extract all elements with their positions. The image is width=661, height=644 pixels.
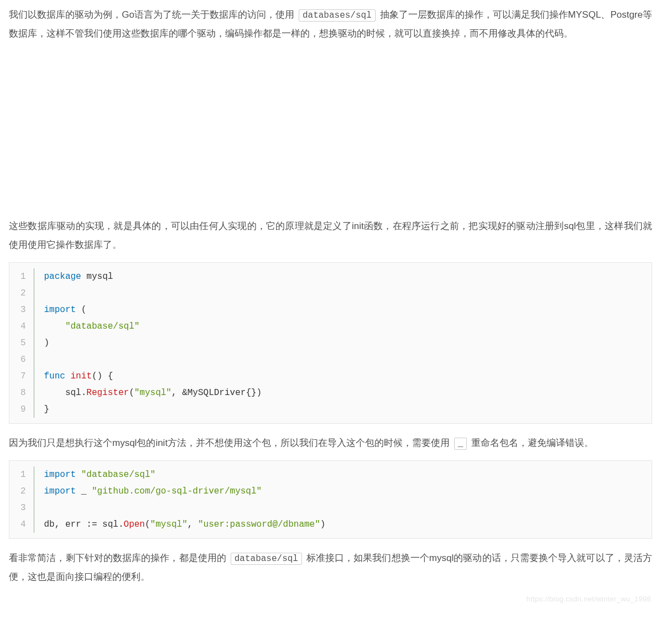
code-line: func init() {: [44, 368, 262, 385]
line-number: 6: [17, 351, 26, 368]
code-line: [44, 285, 262, 302]
paragraph-1: 我们以数据库的驱动为例，Go语言为了统一关于数据库的访问，使用 database…: [9, 6, 652, 43]
watermark-url: https://blog.csdn.net/winter_wu_1998: [527, 592, 651, 606]
blank-spacer: [9, 51, 652, 217]
line-number: 5: [17, 335, 26, 351]
code2-gutter: 1234: [9, 466, 34, 533]
line-number: 4: [17, 318, 26, 335]
line-number: 8: [17, 385, 26, 401]
para1-text1: 我们以数据库的驱动为例，Go语言为了统一关于数据库的访问，使用: [9, 9, 297, 20]
code-line: ): [44, 335, 262, 351]
para3-text1: 因为我们只是想执行这个mysql包的init方法，并不想使用这个包，所以我们在导…: [9, 438, 452, 448]
line-number: 3: [17, 302, 26, 318]
inline-code-databases-sql: databases/sql: [299, 9, 376, 22]
inline-code-database-sql: database/sql: [231, 553, 302, 565]
code-line: [44, 351, 262, 368]
code-block-2: 1234 import "database/sql"import _ "gith…: [9, 460, 652, 539]
line-number: 4: [17, 516, 26, 533]
code-line: import "database/sql": [44, 466, 326, 483]
code1-content: package mysqlimport ( "database/sql")fun…: [34, 268, 262, 418]
para4-text1: 看非常简洁，剩下针对的数据库的操作，都是使用的: [9, 553, 229, 563]
code-line: }: [44, 401, 262, 418]
code-line: package mysql: [44, 268, 262, 285]
code-line: import (: [44, 302, 262, 318]
line-number: 9: [17, 401, 26, 418]
code1-gutter: 123456789: [9, 268, 34, 418]
line-number: 2: [17, 285, 26, 302]
paragraph-3: 因为我们只是想执行这个mysql包的init方法，并不想使用这个包，所以我们在导…: [9, 434, 652, 453]
line-number: 7: [17, 368, 26, 385]
paragraph-4: 看非常简洁，剩下针对的数据库的操作，都是使用的 database/sql 标准接…: [9, 549, 652, 586]
code-line: [44, 500, 326, 516]
line-number: 2: [17, 483, 26, 500]
code-line: import _ "github.com/go-sql-driver/mysql…: [44, 483, 326, 500]
para3-text2: 重命名包名，避免编译错误。: [469, 438, 594, 448]
code-line: sql.Register("mysql", &MySQLDriver{}): [44, 385, 262, 401]
line-number: 1: [17, 466, 26, 483]
code-block-1: 123456789 package mysqlimport ( "databas…: [9, 262, 652, 424]
inline-code-underscore: _: [454, 438, 467, 450]
line-number: 1: [17, 268, 26, 285]
code-line: db, err := sql.Open("mysql", "user:passw…: [44, 516, 326, 533]
code2-content: import "database/sql"import _ "github.co…: [34, 466, 325, 533]
paragraph-2: 这些数据库驱动的实现，就是具体的，可以由任何人实现的，它的原理就是定义了init…: [9, 217, 652, 255]
code-line: "database/sql": [44, 318, 262, 335]
line-number: 3: [17, 500, 26, 516]
